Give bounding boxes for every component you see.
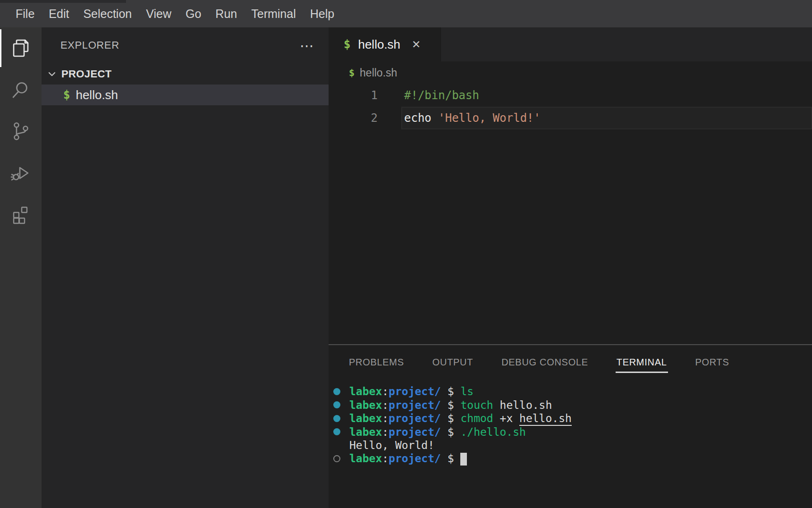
terminal-prompt-marker — [329, 415, 349, 422]
terminal-segment: : — [382, 452, 389, 465]
editor-code-area[interactable]: 1#!/bin/bash2echo 'Hello, World!' — [329, 84, 812, 129]
bottom-panel: PROBLEMSOUTPUTDEBUG CONSOLETERMINALPORTS… — [329, 344, 812, 508]
terminal-line-4: labex:project/ $ ./hello.sh — [329, 425, 812, 439]
sidebar-item-search[interactable] — [0, 69, 42, 110]
terminal-line-text: labex:project/ $ touch hello.sh — [349, 399, 552, 411]
panel-tab-ports[interactable]: PORTS — [694, 353, 730, 373]
terminal-line-text: labex:project/ $ ./hello.sh — [349, 426, 526, 438]
breadcrumb[interactable]: $ hello.sh — [329, 61, 812, 84]
line-number[interactable]: 1 — [329, 89, 378, 102]
prompt-dot-icon — [333, 388, 340, 395]
code-line-content: echo 'Hello, World!' — [401, 107, 812, 129]
menu-item-help[interactable]: Help — [303, 7, 341, 21]
prompt-dot-icon — [333, 428, 340, 435]
chevron-down-icon — [46, 68, 58, 80]
folder-section-label: PROJECT — [61, 68, 112, 80]
terminal-segment: $ — [441, 452, 461, 465]
terminal-segment: labex — [349, 399, 382, 411]
terminal-segment: labex — [349, 385, 382, 398]
prompt-dot-hollow-icon — [333, 455, 340, 462]
terminal-line-text: labex:project/ $ — [349, 452, 467, 466]
menu-item-view[interactable]: View — [139, 7, 178, 21]
code-line-1: 1#!/bin/bash — [329, 84, 812, 107]
tab-hello-sh[interactable]: $ hello.sh ✕ — [329, 27, 441, 61]
sidebar-item-source-control[interactable] — [0, 110, 42, 152]
terminal-cursor — [460, 453, 467, 466]
file-item-hello-sh[interactable]: $hello.sh — [42, 85, 329, 105]
vscode-window: FileEditSelectionViewGoRunTerminalHelp — [0, 0, 812, 508]
menu-item-go[interactable]: Go — [178, 7, 208, 21]
panel-tab-problems[interactable]: PROBLEMS — [348, 353, 405, 373]
terminal-segment: Hello, World! — [349, 439, 434, 451]
menu-bar: FileEditSelectionViewGoRunTerminalHelp — [0, 0, 812, 27]
terminal-segment: ./hello.sh — [460, 426, 525, 438]
terminal-prompt-marker — [329, 388, 349, 395]
terminal-line-2: labex:project/ $ touch hello.sh — [329, 398, 812, 412]
menu-bar-items: FileEditSelectionViewGoRunTerminalHelp — [8, 7, 341, 21]
editor-group: $ hello.sh ✕ $ hello.sh 1#!/bin/bash2ech… — [329, 27, 812, 508]
sidebar-item-extensions[interactable] — [0, 194, 42, 235]
terminal-segment: labex — [349, 412, 382, 424]
terminal-segment: ls — [460, 385, 474, 398]
menu-item-terminal[interactable]: Terminal — [244, 7, 303, 21]
terminal-line-5: Hello, World! — [329, 439, 812, 452]
sidebar-item-explorer[interactable] — [0, 27, 42, 69]
menu-item-selection[interactable]: Selection — [76, 7, 139, 21]
terminal-segment: : — [382, 385, 389, 398]
prompt-dot-icon — [333, 401, 340, 408]
terminal-segment: project/ — [389, 412, 441, 424]
terminal-segment: chmod — [460, 412, 493, 424]
terminal-segment: hello.sh — [519, 412, 572, 426]
menu-item-run[interactable]: Run — [208, 7, 244, 21]
panel-tab-debug-console[interactable]: DEBUG CONSOLE — [500, 353, 589, 373]
panel-tab-output[interactable]: OUTPUT — [431, 353, 474, 373]
line-number[interactable]: 2 — [329, 111, 378, 125]
panel-resize-handle[interactable] — [329, 344, 812, 345]
tab-label: hello.sh — [358, 37, 400, 52]
file-item-label: hello.sh — [76, 88, 118, 102]
terminal-segment: project/ — [389, 385, 441, 398]
window-top-edge — [0, 0, 126, 3]
terminal-segment: : — [382, 399, 389, 411]
menu-item-file[interactable]: File — [8, 7, 42, 21]
tab-close-icon[interactable]: ✕ — [412, 38, 421, 51]
terminal-segment: $ — [441, 399, 461, 411]
terminal-output[interactable]: labex:project/ $ lslabex:project/ $ touc… — [329, 385, 812, 466]
panel-tab-bar: PROBLEMSOUTPUTDEBUG CONSOLETERMINALPORTS — [348, 348, 812, 378]
extensions-icon — [10, 203, 32, 225]
terminal-prompt-marker — [329, 401, 349, 408]
terminal-segment: labex — [349, 452, 382, 465]
terminal-segment: $ — [441, 426, 461, 438]
activity-bar — [0, 27, 42, 508]
run-debug-icon — [10, 162, 32, 184]
terminal-line-text: labex:project/ $ chmod +x hello.sh — [349, 412, 572, 424]
terminal-line-1: labex:project/ $ ls — [329, 385, 812, 398]
sidebar-item-run-debug[interactable] — [0, 152, 42, 194]
menu-item-edit[interactable]: Edit — [42, 7, 76, 21]
terminal-segment: : — [382, 412, 389, 424]
terminal-line-6: labex:project/ $ — [329, 452, 812, 466]
file-list: $hello.sh — [42, 85, 329, 105]
breadcrumb-file-label[interactable]: hello.sh — [360, 67, 397, 79]
search-icon — [10, 79, 32, 101]
explorer-more-actions-icon[interactable]: ⋯ — [300, 37, 314, 54]
terminal-segment: $ — [441, 412, 461, 424]
source-control-branch-icon — [10, 120, 32, 142]
terminal-segment: : — [382, 426, 389, 438]
tab-bar: $ hello.sh ✕ — [329, 27, 812, 61]
code-line-content: #!/bin/bash — [401, 84, 812, 107]
terminal-line-text: Hello, World! — [349, 439, 434, 451]
folder-section-project[interactable]: PROJECT — [42, 64, 329, 85]
terminal-segment: +x — [493, 412, 519, 424]
terminal-segment: project/ — [389, 426, 441, 438]
panel-tab-terminal[interactable]: TERMINAL — [616, 353, 668, 373]
terminal-prompt-marker — [329, 455, 349, 462]
terminal-segment: project/ — [389, 399, 441, 411]
explorer-files-icon — [10, 37, 32, 59]
terminal-line-text: labex:project/ $ ls — [349, 385, 474, 398]
active-view-indicator — [0, 29, 1, 67]
code-line-2: 2echo 'Hello, World!' — [329, 107, 812, 129]
explorer-title: EXPLORER — [60, 39, 119, 51]
terminal-segment: hello.sh — [493, 399, 552, 411]
terminal-segment: labex — [349, 426, 382, 438]
